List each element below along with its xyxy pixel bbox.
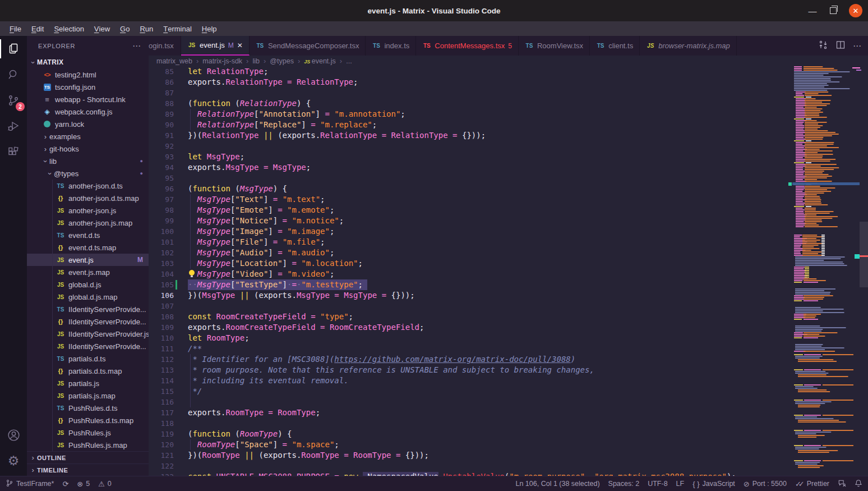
line-number[interactable]: 113	[149, 365, 174, 375]
tab-client-ts[interactable]: TSclient.ts	[590, 36, 640, 56]
code-line-110[interactable]: 110let RoomType;	[149, 333, 860, 343]
line-number[interactable]: 85	[149, 66, 174, 77]
activity-source-control-button[interactable]: 2	[0, 88, 27, 113]
code-line-86[interactable]: 86exports.RelationType = RelationType;	[149, 77, 860, 88]
code-line-113[interactable]: 113 * room purpose. Note that this refer…	[149, 365, 860, 375]
tree-item-iidentityserverprovide-[interactable]: TSIIdentityServerProvide...	[27, 303, 149, 315]
tree-item-testing2-html[interactable]: <>testing2.html	[27, 68, 149, 81]
tab-index-ts[interactable]: TSindex.ts	[366, 36, 416, 56]
code-area[interactable]: 85let RelationType;86exports.RelationTyp…	[149, 66, 860, 476]
breadcrumb-item-matrix_web[interactable]: matrix_web	[156, 57, 192, 65]
code-line-118[interactable]: 118	[149, 418, 860, 429]
tree-item-event-js[interactable]: JSevent.jsM	[27, 254, 149, 266]
line-number[interactable]: 114	[149, 375, 174, 386]
tree-item-iidentityserverprovide-[interactable]: {}IIdentityServerProvide...	[27, 315, 149, 328]
menu-item-edit[interactable]: Edit	[26, 21, 49, 36]
activity-extensions-button[interactable]	[0, 139, 27, 165]
tree-item-partials-js[interactable]: JSpartials.js	[27, 377, 149, 389]
tab-roomview-tsx[interactable]: TSRoomView.tsx	[519, 36, 590, 56]
tree-item-another-json-d-ts[interactable]: TSanother-json.d.ts	[27, 180, 149, 192]
line-number[interactable]: 90	[149, 120, 174, 130]
code-line-121[interactable]: 121})(RoomType || (exports.RoomType = Ro…	[149, 450, 860, 461]
tree-item-event-d-ts-map[interactable]: {}event.d.ts.map	[27, 241, 149, 254]
status-prettier[interactable]: ✓✓Prettier	[795, 476, 829, 491]
code-line-97[interactable]: 97 MsgType["Text"] = "m.text";	[149, 194, 860, 205]
code-line-87[interactable]: 87	[149, 88, 860, 98]
line-number[interactable]: 105	[149, 279, 174, 290]
tab-ogin-tsx[interactable]: ogin.tsx	[149, 36, 181, 56]
line-number[interactable]: 103	[149, 258, 174, 269]
line-number[interactable]: 111	[149, 343, 174, 354]
menu-item-help[interactable]: Help	[197, 21, 222, 36]
status-utf-8[interactable]: UTF-8	[648, 476, 667, 491]
minimize-button[interactable]: —	[807, 6, 818, 16]
line-number[interactable]: 116	[149, 397, 174, 407]
code-line-116[interactable]: 116	[149, 397, 860, 407]
line-number[interactable]: 97	[149, 194, 174, 205]
code-line-90[interactable]: 90 RelationType["Replace"] = "m.replace"…	[149, 120, 860, 130]
lightbulb-icon[interactable]	[188, 270, 197, 278]
status-feedback[interactable]	[838, 476, 846, 491]
line-number[interactable]: 99	[149, 215, 174, 226]
tree-item-webpack-config-js[interactable]: ◈webpack.config.js	[27, 105, 149, 118]
line-number[interactable]: 108	[149, 311, 174, 322]
tree-item-pushrules-d-ts-map[interactable]: {}PushRules.d.ts.map	[27, 414, 149, 426]
line-number[interactable]: 92	[149, 141, 174, 152]
status-sync[interactable]: ⟳	[62, 476, 68, 491]
section-outline[interactable]: ›OUTLINE	[27, 451, 149, 464]
line-number[interactable]: 115	[149, 386, 174, 397]
status-bell[interactable]	[855, 476, 862, 491]
activity-search-button[interactable]	[0, 62, 27, 88]
tree-item-another-json-d-ts-map[interactable]: {}another-json.d.ts.map	[27, 192, 149, 204]
line-number[interactable]: 91	[149, 130, 174, 141]
line-number[interactable]: 123	[149, 471, 174, 476]
code-line-93[interactable]: 93let MsgType;	[149, 152, 860, 162]
code-line-104[interactable]: 104MsgType["Video"] = "m.video";	[149, 269, 860, 279]
menu-item-view[interactable]: View	[89, 21, 115, 36]
breadcrumb-item--[interactable]: ...	[346, 57, 352, 65]
code-line-88[interactable]: 88(function (RelationType) {	[149, 98, 860, 109]
code-line-115[interactable]: 115 */	[149, 386, 860, 397]
code-line-106[interactable]: 106})(MsgType || (exports.MsgType = MsgT…	[149, 290, 860, 301]
line-number[interactable]: 87	[149, 88, 174, 98]
activity-run-debug-button[interactable]	[0, 113, 27, 139]
code-line-95[interactable]: 95	[149, 173, 860, 183]
line-number[interactable]: 110	[149, 333, 174, 343]
line-number[interactable]: 93	[149, 152, 174, 162]
tree-item-pushrules-js-map[interactable]: JSPushRules.js.map	[27, 439, 149, 451]
menu-item-file[interactable]: File	[4, 21, 26, 36]
code-line-103[interactable]: 103 MsgType["Location"] = "m.location";	[149, 258, 860, 269]
code-line-111[interactable]: 111/**	[149, 343, 860, 354]
close-icon[interactable]: ✕	[237, 42, 243, 49]
line-number[interactable]: 122	[149, 461, 174, 471]
code-line-91[interactable]: 91})(RelationType || (exports.RelationTy…	[149, 130, 860, 141]
code-line-114[interactable]: 114 * including its eventual removal.	[149, 375, 860, 386]
line-number[interactable]: 95	[149, 173, 174, 183]
tree-item-pushrules-d-ts[interactable]: TSPushRules.d.ts	[27, 402, 149, 414]
code-line-122[interactable]: 122	[149, 461, 860, 471]
more-icon[interactable]: ⋯	[853, 41, 861, 51]
breadcrumb-item-event-js[interactable]: JS event.js	[304, 57, 336, 65]
line-number[interactable]: 89	[149, 109, 174, 120]
tree-item-iidentityserverprovider-js[interactable]: JSIIdentityServerProvider.js	[27, 328, 149, 340]
code-line-85[interactable]: 85let RelationType;	[149, 66, 860, 77]
line-number[interactable]: 117	[149, 407, 174, 418]
line-number[interactable]: 106	[149, 290, 174, 301]
line-number[interactable]: 102	[149, 247, 174, 258]
minimap[interactable]	[792, 66, 860, 476]
tree-item-event-js-map[interactable]: JSevent.js.map	[27, 266, 149, 278]
tree-item-git-hooks[interactable]: ›git-hooks	[27, 143, 149, 155]
restore-button[interactable]	[830, 7, 837, 14]
tree-item-event-d-ts[interactable]: TSevent.d.ts	[27, 229, 149, 241]
tree-item-pushrules-js[interactable]: JSPushRules.js	[27, 426, 149, 439]
code-line-105[interactable]: 105··MsgType["TestType"]·=·"m.testtype";	[149, 279, 860, 290]
menu-item-run[interactable]: Run	[135, 21, 158, 36]
code-line-120[interactable]: 120 RoomType["Space"] = "m.space";	[149, 439, 860, 450]
status-port[interactable]: ⊘Port : 5500	[744, 476, 787, 491]
tree-item-iidentityserverprovide-[interactable]: JSIIdentityServerProvide...	[27, 340, 149, 352]
line-number[interactable]: 118	[149, 418, 174, 429]
tree-item-tsconfig-json[interactable]: TStsconfig.json	[27, 81, 149, 93]
tree-item-global-d-js-map[interactable]: JSglobal.d.js.map	[27, 291, 149, 303]
split-editor-icon[interactable]	[836, 40, 845, 52]
code-line-109[interactable]: 109exports.RoomCreateTypeField = RoomCre…	[149, 322, 860, 333]
